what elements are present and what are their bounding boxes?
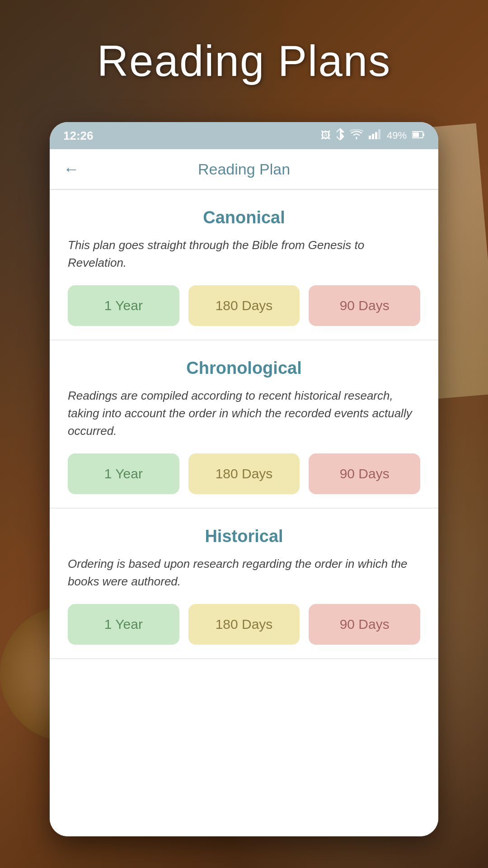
phone-frame: 12:26 🖼 (50, 122, 438, 836)
historical-description: Ordering is based upon research regardin… (68, 555, 420, 590)
svg-rect-0 (369, 136, 371, 139)
page-title: Reading Plans (0, 36, 488, 86)
status-bar: 12:26 🖼 (50, 122, 438, 149)
chronological-1year-button[interactable]: 1 Year (68, 453, 179, 494)
chronological-90days-button[interactable]: 90 Days (309, 453, 420, 494)
plan-historical: Historical Ordering is based upon resear… (50, 509, 438, 659)
canonical-90days-button[interactable]: 90 Days (309, 285, 420, 326)
canonical-description: This plan goes straight through the Bibl… (68, 236, 420, 272)
plan-canonical: Canonical This plan goes straight throug… (50, 190, 438, 340)
svg-rect-3 (378, 129, 380, 139)
bluetooth-icon (336, 128, 344, 143)
chronological-title: Chronological (68, 359, 420, 378)
photo-icon: 🖼 (321, 130, 331, 142)
historical-180days-button[interactable]: 180 Days (188, 604, 300, 645)
wifi-icon (350, 129, 363, 142)
historical-90days-button[interactable]: 90 Days (309, 604, 420, 645)
back-button[interactable]: ← (63, 160, 80, 179)
canonical-1year-button[interactable]: 1 Year (68, 285, 179, 326)
chronological-description: Readings are compiled according to recen… (68, 387, 420, 440)
header-title: Reading Plan (89, 160, 399, 178)
svg-rect-2 (375, 132, 377, 139)
canonical-title: Canonical (68, 208, 420, 227)
plan-chronological: Chronological Readings are compiled acco… (50, 340, 438, 509)
signal-icon (369, 129, 381, 142)
svg-rect-1 (372, 134, 374, 139)
content-area[interactable]: Canonical This plan goes straight throug… (50, 190, 438, 836)
chronological-buttons: 1 Year 180 Days 90 Days (68, 453, 420, 494)
battery-percentage: 49% (387, 130, 407, 142)
app-header: ← Reading Plan (50, 149, 438, 190)
canonical-180days-button[interactable]: 180 Days (188, 285, 300, 326)
status-time: 12:26 (63, 129, 94, 143)
historical-title: Historical (68, 527, 420, 546)
chronological-180days-button[interactable]: 180 Days (188, 453, 300, 494)
svg-rect-5 (423, 133, 424, 136)
battery-icon (412, 130, 425, 142)
historical-buttons: 1 Year 180 Days 90 Days (68, 604, 420, 645)
svg-rect-6 (413, 132, 419, 137)
historical-1year-button[interactable]: 1 Year (68, 604, 179, 645)
canonical-buttons: 1 Year 180 Days 90 Days (68, 285, 420, 326)
status-icons: 🖼 (321, 128, 425, 143)
